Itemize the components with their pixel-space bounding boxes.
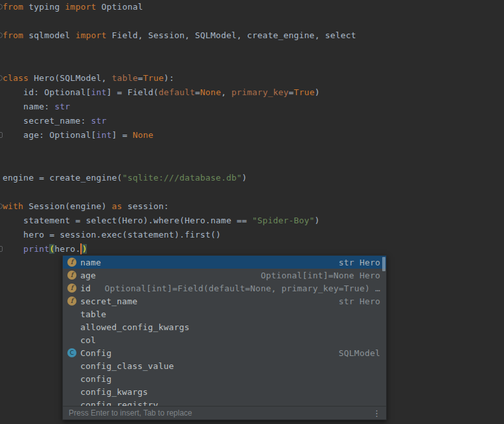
completion-item-id[interactable]: fidOptional[int]=Field(default=None, pri… (63, 282, 386, 295)
gutter-icon-fragment (0, 132, 3, 138)
code-line[interactable]: name: str (0, 100, 504, 114)
code-token: from (3, 2, 23, 12)
completion-type-hint: SQLModel (339, 348, 380, 358)
code-line[interactable]: class Hero(SQLModel, table=True): (0, 71, 504, 85)
completion-item-Config[interactable]: CConfigSQLModel (63, 346, 386, 359)
completion-hint-text: Press Enter to insert, Tab to replace (69, 408, 192, 418)
code-token: int (91, 87, 106, 97)
completion-label: secret_name (80, 296, 137, 306)
code-token: Field, Session, SQLModel, create_engine,… (107, 30, 356, 40)
code-line[interactable] (0, 142, 504, 157)
completion-list[interactable]: fnamestr HerofageOptional[int]=None Hero… (63, 256, 386, 406)
completion-item-allowed_config_kwargs[interactable]: allowed_config_kwargs (63, 320, 386, 333)
completion-item-config[interactable]: config (63, 372, 386, 385)
code-line[interactable] (0, 185, 504, 199)
icon-placeholder (67, 400, 76, 406)
completion-label: table (80, 309, 106, 319)
code-token: default (159, 87, 195, 97)
code-token: True (143, 73, 164, 83)
icon-placeholder (67, 309, 76, 318)
field-icon: f (67, 271, 76, 280)
code-token: Hero(SQLModel, (29, 73, 111, 83)
code-token: None (200, 87, 221, 97)
code-line[interactable]: from typing import Optional (0, 0, 504, 14)
code-line[interactable]: id: Optional[int] = Field(default=None, … (0, 85, 504, 100)
icon-placeholder (67, 361, 76, 370)
completion-label: config_registry (80, 400, 158, 407)
completion-label: id (80, 284, 91, 293)
code-token: typing (23, 2, 65, 12)
code-token: Session(engine) (23, 201, 111, 211)
field-icon: f (67, 258, 76, 267)
completion-footer: Press Enter to insert, Tab to replace ⋮ (63, 406, 386, 419)
completion-type-hint: Optional[int]=Field(default=None, primar… (105, 284, 380, 293)
code-line[interactable]: from sqlmodel import Field, Session, SQL… (0, 28, 504, 43)
code-token: ): (164, 73, 174, 83)
code-token: ) (82, 244, 87, 254)
icon-placeholder (67, 387, 76, 396)
code-token: as (112, 201, 122, 211)
code-token: hero. (54, 244, 80, 254)
icon-placeholder (67, 374, 76, 383)
completion-label: config_kwargs (80, 387, 148, 397)
code-token: session: (122, 201, 169, 211)
completion-item-table[interactable]: table (63, 307, 386, 320)
code-token: primary_key (231, 87, 288, 97)
code-line[interactable] (0, 43, 504, 57)
code-token: None (133, 130, 154, 140)
code-line[interactable]: with Session(engine) as session: (0, 199, 504, 214)
code-token: = (138, 73, 143, 83)
completion-type-hint: str Hero (339, 296, 380, 306)
code-token: ] = (112, 130, 133, 140)
code-editor[interactable]: from typing import Optionalfrom sqlmodel… (0, 0, 504, 256)
completion-label: Config (80, 348, 111, 358)
field-icon: f (67, 284, 76, 293)
code-line[interactable]: hero = session.exec(statement).first() (0, 228, 504, 242)
gutter-icon-fragment (0, 246, 3, 252)
icon-placeholder (67, 322, 76, 331)
field-icon: f (67, 296, 76, 306)
code-token: str (91, 116, 106, 126)
code-token: from (3, 30, 23, 40)
code-line[interactable]: print(hero.) (0, 242, 504, 256)
class-icon: C (67, 348, 76, 357)
icon-placeholder (67, 335, 76, 344)
code-line[interactable]: age: Optional[int] = None (0, 128, 504, 142)
code-line[interactable]: engine = create_engine("sqlite:///databa… (0, 171, 504, 185)
completion-type-hint: str Hero (339, 258, 380, 267)
completion-item-secret_name[interactable]: fsecret_namestr Hero (63, 295, 386, 307)
code-token: sqlmodel (23, 30, 75, 40)
code-line[interactable] (0, 14, 504, 28)
code-token: import (65, 2, 96, 12)
completion-popup: fnamestr HerofageOptional[int]=None Hero… (62, 255, 387, 420)
code-token: table (112, 73, 138, 83)
completion-item-config_kwargs[interactable]: config_kwargs (63, 385, 386, 398)
code-token: True (294, 87, 315, 97)
more-options-icon[interactable]: ⋮ (372, 409, 381, 418)
code-line[interactable]: statement = select(Hero).where(Hero.name… (0, 214, 504, 228)
completion-item-config_registry[interactable]: config_registry (63, 398, 386, 406)
completion-item-name[interactable]: fnamestr Hero (63, 256, 386, 269)
code-token: ) (315, 87, 320, 97)
completion-item-col[interactable]: col (63, 333, 386, 346)
scrollbar-thumb[interactable] (382, 257, 385, 271)
code-token: ) (242, 173, 247, 183)
code-line[interactable] (0, 57, 504, 71)
code-token: int (96, 130, 111, 140)
code-token: ] = Field( (107, 87, 159, 97)
code-line[interactable] (0, 157, 504, 171)
code-token: engine = create_engine( (3, 173, 122, 183)
completion-label: config (80, 374, 111, 384)
code-token: , (221, 87, 231, 97)
completion-label: age (80, 271, 96, 280)
code-token: = (289, 87, 294, 97)
code-token (3, 244, 23, 254)
completion-item-age[interactable]: fageOptional[int]=None Hero (63, 269, 386, 282)
code-token: class (3, 73, 29, 83)
completion-item-config_class_value[interactable]: config_class_value (63, 359, 386, 372)
code-token: "Spider-Boy" (252, 216, 314, 225)
code-token: with (3, 201, 23, 211)
code-token: = (195, 87, 200, 97)
code-line[interactable]: secret_name: str (0, 114, 504, 128)
code-token: secret_name: (3, 116, 91, 126)
